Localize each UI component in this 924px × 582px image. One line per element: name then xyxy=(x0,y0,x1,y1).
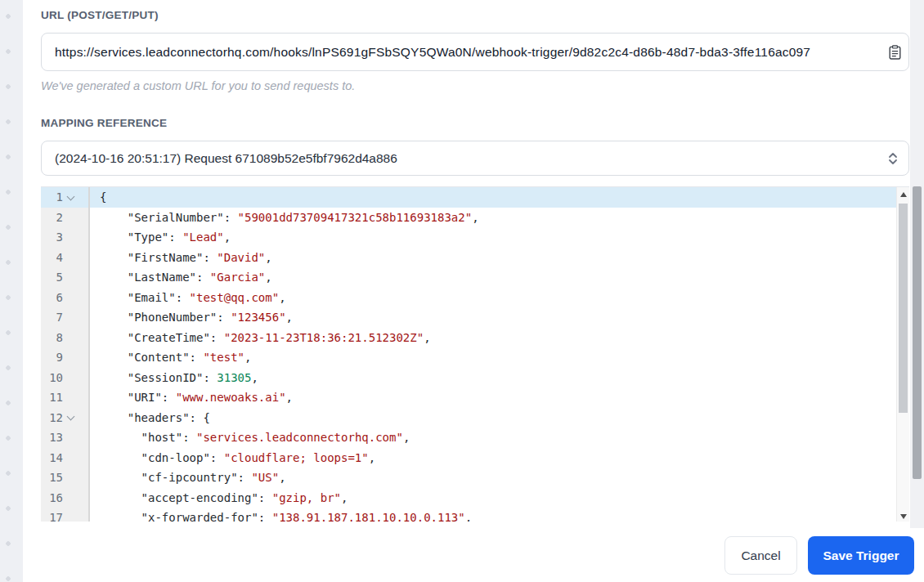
line-number-gutter: 8 xyxy=(41,328,90,348)
code-line[interactable]: 6 "Email": "test@qq.com", xyxy=(41,288,909,308)
line-number: 9 xyxy=(41,351,63,364)
line-number-gutter: 12 xyxy=(41,408,90,428)
mapping-reference-label: MAPPING REFERENCE xyxy=(41,117,167,129)
code-line[interactable]: 4 "FirstName": "David", xyxy=(41,248,909,268)
code-line-text: "URI": "www.newoaks.ai", xyxy=(90,391,293,404)
code-line[interactable]: 8 "CreateTime": "2023-11-23T18:36:21.512… xyxy=(41,328,909,348)
code-line[interactable]: 3 "Type": "Lead", xyxy=(41,227,909,248)
url-field-label: URL (POST/GET/PUT) xyxy=(41,9,159,21)
copy-url-button[interactable] xyxy=(886,43,903,61)
line-number-gutter: 16 xyxy=(41,488,90,508)
scroll-up-arrow-icon[interactable] xyxy=(900,192,907,197)
webhook-url-value: https://services.leadconnectorhq.com/hoo… xyxy=(55,45,810,60)
line-number-gutter: 3 xyxy=(41,227,90,248)
line-number-gutter: 4 xyxy=(41,248,90,268)
line-number: 13 xyxy=(41,431,63,444)
line-number: 14 xyxy=(41,451,63,464)
code-line-text: "CreateTime": "2023-11-23T18:36:21.51230… xyxy=(90,331,431,344)
code-line[interactable]: 2 "SerialNumber": "59001dd73709417321c58… xyxy=(41,208,909,228)
page-scrollbar-thumb[interactable] xyxy=(913,186,922,479)
line-number-gutter: 7 xyxy=(41,307,90,328)
line-number: 2 xyxy=(41,211,63,224)
code-editor-lines: 1{2 "SerialNumber": "59001dd73709417321c… xyxy=(41,187,909,522)
code-line[interactable]: 17 "x-forwarded-for": "138.91.187.181,10… xyxy=(41,508,909,522)
code-line-text: "LastName": "Garcia", xyxy=(90,271,272,284)
line-number-gutter: 9 xyxy=(41,347,90,368)
scroll-down-arrow-icon[interactable] xyxy=(900,514,907,519)
dotted-background-strip xyxy=(0,0,23,582)
line-number-gutter: 10 xyxy=(41,368,90,388)
line-number: 12 xyxy=(41,411,63,424)
clipboard-icon xyxy=(889,45,901,60)
line-number: 1 xyxy=(41,190,63,204)
code-line[interactable]: 11 "URI": "www.newoaks.ai", xyxy=(41,387,909,408)
line-number-gutter: 15 xyxy=(41,468,90,488)
line-number: 6 xyxy=(41,291,63,304)
code-line-text: "cdn-loop": "cloudflare; loops=1", xyxy=(90,451,375,464)
line-number: 15 xyxy=(41,471,63,484)
code-line[interactable]: 5 "LastName": "Garcia", xyxy=(41,267,909,288)
line-number-gutter: 11 xyxy=(41,387,90,408)
code-line[interactable]: 7 "PhoneNumber": "123456", xyxy=(41,307,909,328)
mapping-reference-select[interactable]: (2024-10-16 20:51:17) Request 671089b52e… xyxy=(41,141,909,176)
editor-scrollbar-thumb[interactable] xyxy=(899,204,908,413)
line-number: 17 xyxy=(41,511,63,522)
line-number-gutter: 5 xyxy=(41,267,90,288)
code-line[interactable]: 12 "headers": { xyxy=(41,408,909,428)
code-line[interactable]: 13 "host": "services.leadconnectorhq.com… xyxy=(41,428,909,448)
code-line[interactable]: 9 "Content": "test", xyxy=(41,347,909,368)
code-line-text: "x-forwarded-for": "138.91.187.181,10.10… xyxy=(90,511,472,522)
line-number-gutter: 13 xyxy=(41,428,90,448)
line-number: 8 xyxy=(41,331,63,344)
code-line[interactable]: 14 "cdn-loop": "cloudflare; loops=1", xyxy=(41,448,909,468)
code-line-text: "Email": "test@qq.com", xyxy=(90,291,286,304)
editor-scrollbar[interactable] xyxy=(896,187,909,522)
code-line-text: "PhoneNumber": "123456", xyxy=(90,311,293,324)
code-line-text: "SerialNumber": "59001dd73709417321c58b1… xyxy=(90,211,479,224)
code-line-text: "host": "services.leadconnectorhq.com", xyxy=(90,431,410,444)
line-number: 10 xyxy=(41,371,63,384)
line-number: 5 xyxy=(41,271,63,284)
code-editor[interactable]: 1{2 "SerialNumber": "59001dd73709417321c… xyxy=(41,186,909,522)
code-line-text: "Type": "Lead", xyxy=(90,231,231,244)
line-number-gutter: 14 xyxy=(41,448,90,468)
line-number-gutter: 2 xyxy=(41,208,90,228)
line-number: 4 xyxy=(41,251,63,264)
line-number: 16 xyxy=(41,491,63,504)
line-number-gutter: 17 xyxy=(41,508,90,522)
updown-chevron-icon xyxy=(888,152,898,164)
code-line-text: "accept-encoding": "gzip, br", xyxy=(90,491,348,504)
code-line[interactable]: 15 "cf-ipcountry": "US", xyxy=(41,468,909,488)
code-line-text: "headers": { xyxy=(90,411,210,424)
code-line[interactable]: 1{ xyxy=(41,187,909,208)
code-line-text: "SessionID": 31305, xyxy=(90,371,258,384)
code-line-text: "cf-ipcountry": "US", xyxy=(90,471,286,484)
url-helper-text: We've generated a custom URL for you to … xyxy=(41,79,355,92)
line-number-gutter: 1 xyxy=(41,187,90,208)
code-line[interactable]: 10 "SessionID": 31305, xyxy=(41,368,909,388)
line-number: 7 xyxy=(41,311,63,324)
page-scrollbar[interactable] xyxy=(910,0,924,528)
webhook-url-input[interactable]: https://services.leadconnectorhq.com/hoo… xyxy=(41,33,909,71)
line-number: 3 xyxy=(41,231,63,244)
line-number-gutter: 6 xyxy=(41,288,90,308)
code-line-text: "FirstName": "David", xyxy=(90,251,272,264)
webhook-trigger-panel: URL (POST/GET/PUT) https://services.lead… xyxy=(0,0,924,582)
save-trigger-button[interactable]: Save Trigger xyxy=(808,536,914,575)
mapping-reference-selected-option: (2024-10-16 20:51:17) Request 671089b52e… xyxy=(55,151,397,166)
cancel-button[interactable]: Cancel xyxy=(724,536,797,575)
code-line-text: "Content": "test", xyxy=(90,351,251,364)
code-line[interactable]: 16 "accept-encoding": "gzip, br", xyxy=(41,488,909,508)
line-number: 11 xyxy=(41,391,63,404)
fold-chevron-icon[interactable] xyxy=(67,413,75,421)
code-line-text: { xyxy=(90,190,106,204)
fold-chevron-icon[interactable] xyxy=(67,192,75,200)
